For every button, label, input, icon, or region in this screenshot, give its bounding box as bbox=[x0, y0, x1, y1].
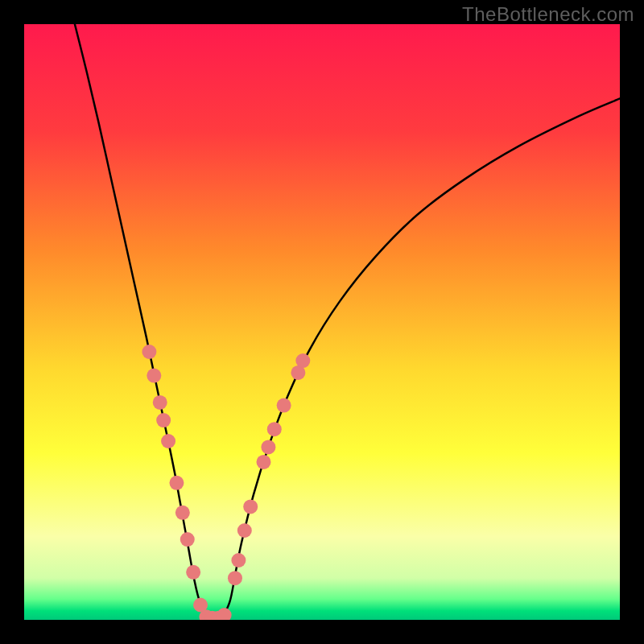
watermark-label: TheBottleneck.com bbox=[462, 3, 634, 26]
marker-dot bbox=[231, 553, 246, 568]
marker-dot bbox=[295, 353, 310, 368]
marker-dot bbox=[277, 398, 291, 413]
marker-dot bbox=[169, 476, 184, 490]
marker-dot bbox=[267, 422, 282, 436]
marker-dot bbox=[161, 434, 175, 448]
marker-dot bbox=[261, 440, 275, 454]
marker-dot bbox=[142, 345, 156, 359]
marker-dot bbox=[243, 499, 258, 514]
marker-dot bbox=[228, 571, 242, 585]
marker-dot bbox=[156, 413, 171, 427]
bottleneck-chart bbox=[24, 24, 620, 620]
marker-dot bbox=[147, 369, 161, 383]
marker-dot bbox=[256, 455, 270, 469]
marker-dot bbox=[237, 523, 252, 538]
marker-dot bbox=[153, 395, 167, 410]
chart-frame: TheBottleneck.com bbox=[0, 0, 644, 644]
gradient-background bbox=[24, 24, 620, 620]
marker-dot bbox=[180, 532, 195, 547]
marker-dot bbox=[175, 506, 190, 520]
marker-dot bbox=[186, 565, 200, 580]
